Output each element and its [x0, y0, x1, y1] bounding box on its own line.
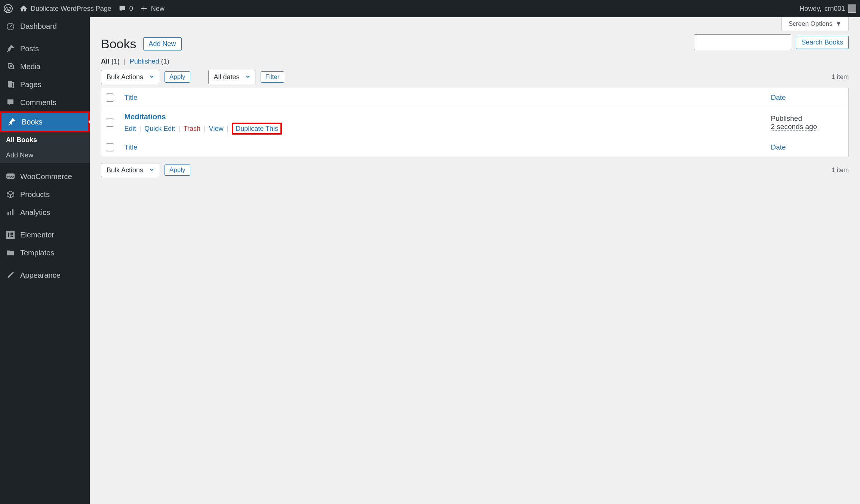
action-view[interactable]: View	[209, 125, 224, 132]
media-icon	[6, 62, 15, 71]
sidebar-item-pages[interactable]: Pages	[0, 76, 90, 93]
screen-options-label: Screen Options	[789, 20, 832, 28]
sidebar-item-label: Posts	[20, 44, 39, 53]
main-content: Screen Options ▼ Books Add New Search Bo…	[90, 17, 860, 504]
svg-text:woo: woo	[7, 175, 14, 178]
svg-rect-9	[10, 211, 11, 215]
admin-bar: Duplicate WordPress Page 0 New Howdy, cr…	[0, 0, 860, 17]
sidebar-item-label: Products	[20, 190, 50, 199]
svg-rect-13	[10, 233, 13, 234]
action-duplicate[interactable]: Duplicate This	[236, 125, 278, 132]
screen-options-button[interactable]: Screen Options ▼	[781, 17, 849, 31]
filter-published[interactable]: Published (1)	[130, 58, 169, 65]
table-row: Meditations Edit | Quick Edit | Trash | …	[101, 107, 849, 138]
action-quick-edit[interactable]: Quick Edit	[144, 125, 175, 132]
bulk-actions-select-bottom[interactable]: Bulk Actions	[101, 163, 159, 177]
sidebar-item-analytics[interactable]: Analytics	[0, 203, 90, 221]
apply-button[interactable]: Apply	[165, 71, 190, 83]
svg-rect-14	[10, 234, 13, 236]
pin-icon	[6, 44, 15, 53]
sidebar-item-label: Dashboard	[20, 22, 57, 31]
sidebar-item-label: Appearance	[20, 271, 61, 280]
submenu-item-add-new[interactable]: Add New	[0, 148, 90, 163]
sidebar-item-dashboard[interactable]: Dashboard	[0, 17, 90, 35]
sidebar-item-woocommerce[interactable]: woo WooCommerce	[0, 168, 90, 185]
bulk-actions-select[interactable]: Bulk Actions	[101, 70, 159, 84]
add-new-button[interactable]: Add New	[143, 37, 182, 50]
page-title: Books	[101, 37, 136, 51]
comment-count: 0	[129, 5, 133, 13]
comment-icon	[6, 98, 15, 107]
filter-all[interactable]: All (1)	[101, 58, 120, 65]
sidebar-item-label: Templates	[20, 249, 54, 257]
sidebar-item-templates[interactable]: Templates	[0, 244, 90, 262]
svg-rect-8	[7, 212, 9, 215]
svg-rect-12	[8, 233, 9, 237]
username: crn001	[824, 5, 845, 13]
pin-icon	[7, 117, 16, 126]
column-title-footer[interactable]: Title	[120, 138, 767, 157]
status-filters: All (1) | Published (1)	[101, 58, 849, 65]
submenu-item-all-books[interactable]: All Books	[0, 132, 90, 148]
sidebar-item-label: Elementor	[20, 231, 54, 239]
sidebar-item-books[interactable]: Books	[0, 111, 90, 132]
apply-button-bottom[interactable]: Apply	[165, 165, 190, 176]
select-all-checkbox[interactable]	[106, 93, 114, 102]
sidebar-item-label: Pages	[20, 80, 42, 89]
column-title[interactable]: Title	[120, 88, 767, 107]
pages-icon	[6, 80, 15, 89]
sidebar-item-appearance[interactable]: Appearance	[0, 266, 90, 284]
avatar	[848, 4, 856, 13]
wp-logo-icon[interactable]	[4, 4, 13, 13]
admin-sidebar: Dashboard Posts Media Pages Comments Boo…	[0, 17, 90, 504]
sidebar-item-label: Comments	[20, 98, 56, 107]
sidebar-item-label: Media	[20, 62, 40, 71]
item-count-bottom: 1 item	[832, 166, 849, 174]
search-button[interactable]: Search Books	[796, 36, 849, 49]
brush-icon	[6, 271, 15, 280]
sidebar-item-posts[interactable]: Posts	[0, 40, 90, 58]
column-date-footer[interactable]: Date	[767, 138, 849, 157]
column-date[interactable]: Date	[767, 88, 849, 107]
books-table: Title Date Meditations Edit | Quick Edit…	[101, 88, 849, 157]
row-status: Published	[771, 114, 844, 123]
chart-icon	[6, 208, 15, 217]
item-count-top: 1 item	[832, 73, 849, 81]
action-edit[interactable]: Edit	[125, 125, 136, 132]
svg-point-3	[10, 65, 12, 67]
comment-icon	[118, 4, 126, 13]
row-time: 2 seconds ago	[771, 123, 817, 131]
sidebar-item-label: Analytics	[20, 208, 50, 217]
search-input[interactable]	[694, 34, 791, 50]
svg-rect-10	[12, 209, 13, 215]
woo-icon: woo	[6, 172, 15, 181]
box-icon	[6, 190, 15, 199]
howdy-label: Howdy,	[799, 5, 821, 13]
sidebar-item-elementor[interactable]: Elementor	[0, 226, 90, 244]
row-checkbox[interactable]	[106, 119, 114, 127]
elementor-icon	[6, 230, 15, 239]
svg-point-2	[10, 26, 11, 27]
sidebar-item-comments[interactable]: Comments	[0, 93, 90, 111]
account-link[interactable]: Howdy, crn001	[799, 4, 856, 13]
plus-icon	[140, 4, 148, 13]
site-link[interactable]: Duplicate WordPress Page	[19, 4, 111, 13]
action-trash[interactable]: Trash	[184, 125, 200, 132]
new-label: New	[151, 5, 165, 13]
row-title-link[interactable]: Meditations	[125, 113, 166, 121]
new-content-link[interactable]: New	[140, 4, 165, 13]
sidebar-item-products[interactable]: Products	[0, 185, 90, 203]
folder-icon	[6, 248, 15, 257]
sidebar-item-media[interactable]: Media	[0, 58, 90, 76]
site-title: Duplicate WordPress Page	[31, 5, 111, 13]
filter-button[interactable]: Filter	[261, 71, 285, 83]
sidebar-submenu: All Books Add New	[0, 132, 90, 163]
home-icon	[19, 4, 28, 13]
comments-link[interactable]: 0	[118, 4, 133, 13]
select-all-checkbox-bottom[interactable]	[106, 143, 114, 151]
date-filter-select[interactable]: All dates	[208, 70, 255, 84]
row-actions: Edit | Quick Edit | Trash | View | Dupli…	[125, 125, 762, 133]
chevron-down-icon: ▼	[835, 20, 842, 28]
gauge-icon	[6, 22, 15, 31]
svg-rect-15	[10, 236, 13, 237]
